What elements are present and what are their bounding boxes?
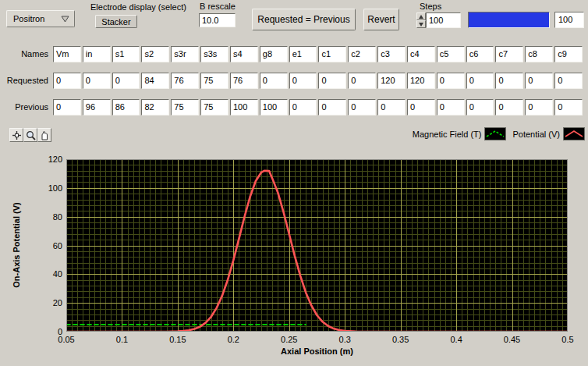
steps-input[interactable] [427, 13, 462, 27]
x-axis-tick-label: 0.5 [552, 335, 583, 344]
y-axis-tick-label: 40 [37, 269, 62, 279]
name-cell[interactable]: c4 [407, 46, 435, 62]
name-cell[interactable]: Vm [53, 46, 81, 62]
legend-item-potential[interactable]: Potential (V) [512, 127, 585, 140]
requested-row-label: Requested [0, 76, 50, 85]
electrode-display-label: Electrode display (select) [90, 2, 186, 12]
potential-line-icon [564, 128, 584, 140]
requested-cell[interactable]: 0 [437, 73, 465, 89]
graph-zoom-tool-button[interactable] [23, 128, 37, 142]
x-axis-tick-label: 0.25 [274, 335, 305, 344]
requested-cell[interactable]: 0 [318, 73, 346, 89]
name-cell[interactable]: c9 [554, 46, 583, 62]
legend-item-magnetic-field[interactable]: Magnetic Field (T) [413, 127, 507, 140]
legend-label-potential: Potential (V) [512, 130, 560, 139]
requested-cell[interactable]: 0 [112, 73, 140, 89]
previous-cell: 0 [377, 99, 406, 115]
previous-cell: 0 [437, 99, 465, 115]
requested-cell[interactable]: 0 [466, 73, 494, 89]
b-rescale-input[interactable] [200, 14, 237, 27]
name-cell[interactable]: c6 [466, 46, 494, 62]
plot-area[interactable] [66, 159, 568, 332]
x-axis-tick-label: 0.45 [497, 335, 528, 344]
magnetic-field-line-icon [485, 128, 505, 140]
name-cell[interactable]: in [83, 46, 111, 62]
requested-cell[interactable]: 84 [141, 73, 169, 89]
requested-cell[interactable]: 0 [495, 73, 523, 89]
previous-cell: 96 [83, 99, 111, 115]
name-cell[interactable]: c1 [318, 46, 346, 62]
steps-control [416, 12, 461, 28]
previous-cell: 0 [525, 99, 553, 115]
name-cell[interactable]: s1 [112, 46, 140, 62]
name-cell[interactable]: s4 [230, 46, 258, 62]
name-cell[interactable]: c8 [525, 46, 553, 62]
name-cell[interactable]: g8 [260, 46, 288, 62]
b-rescale-label: B rescale [200, 2, 236, 11]
requested-cell[interactable]: 0 [348, 73, 376, 89]
steps-increment-button[interactable] [416, 12, 426, 20]
names-row: Vmins1s2s3rs3ss4g8e1c1c2c3c4c5c6c7c8c9 [53, 46, 583, 62]
species-selector[interactable]: Positron [6, 10, 75, 27]
name-cell[interactable]: c7 [495, 46, 523, 62]
requested-cell[interactable]: 0 [289, 73, 317, 89]
graph-pan-tool-button[interactable] [37, 128, 51, 142]
previous-cell: 0 [495, 99, 523, 115]
y-axis-tick-label: 120 [37, 155, 62, 164]
cursor-tool-icon [12, 130, 22, 140]
steps-decrement-button[interactable] [416, 20, 426, 28]
plot-legend: Magnetic Field (T) Potential (V) [413, 127, 585, 140]
y-axis-tick-label: 0 [37, 327, 62, 336]
steps-label: Steps [420, 2, 441, 11]
previous-cell: 0 [466, 99, 494, 115]
name-cell[interactable]: e1 [289, 46, 317, 62]
requested-cell[interactable]: 0 [260, 73, 288, 89]
y-axis-tick-label: 80 [37, 212, 62, 222]
legend-swatch-magnetic-field[interactable] [484, 127, 506, 140]
species-selector-value: Positron [13, 14, 44, 23]
requested-cell[interactable]: 0 [83, 73, 111, 89]
x-axis-tick-label: 0.15 [162, 335, 193, 344]
name-cell[interactable]: c2 [348, 46, 376, 62]
progress-bar-fill [469, 12, 549, 27]
name-cell[interactable]: s2 [141, 46, 169, 62]
names-row-label: Names [0, 49, 50, 59]
y-axis-title: On-Axis Potential (V) [12, 187, 21, 304]
previous-cell: 0 [348, 99, 376, 115]
previous-cell: 0 [407, 99, 435, 115]
x-axis-title: Axial Position (m) [66, 346, 568, 356]
requested-cell[interactable]: 76 [230, 73, 258, 89]
previous-cell: 0 [318, 99, 346, 115]
requested-cell[interactable]: 75 [200, 73, 228, 89]
previous-cell: 0 [554, 99, 583, 115]
name-cell[interactable]: c3 [377, 46, 406, 62]
x-axis-tick-label: 0.05 [51, 335, 82, 344]
requested-equals-previous-button[interactable]: Requested = Previous [252, 9, 356, 30]
name-cell[interactable]: s3s [200, 46, 228, 62]
requested-cell[interactable]: 120 [407, 73, 435, 89]
previous-cell: 86 [112, 99, 140, 115]
step-count-display: 100 [554, 12, 584, 28]
electrode-display-selector[interactable]: Stacker [95, 15, 137, 28]
requested-cell[interactable]: 0 [53, 73, 81, 89]
previous-cell: 75 [200, 99, 228, 115]
requested-cell[interactable]: 120 [377, 73, 406, 89]
requested-cell[interactable]: 0 [525, 73, 553, 89]
requested-row: 00084767576000012012000000 [53, 73, 583, 89]
revert-button[interactable]: Revert [363, 9, 399, 30]
name-cell[interactable]: s3r [171, 46, 199, 62]
x-axis-tick-label: 0.4 [441, 335, 472, 344]
name-cell[interactable]: c5 [437, 46, 465, 62]
graph-cursor-tool-button[interactable] [9, 128, 23, 142]
requested-cell[interactable]: 76 [171, 73, 199, 89]
plot-line-potential [66, 171, 568, 332]
progress-bar [468, 12, 550, 28]
requested-cell[interactable]: 0 [554, 73, 583, 89]
x-axis-tick-label: 0.3 [329, 335, 360, 344]
dropdown-arrow-icon [61, 16, 69, 23]
y-axis-tick-label: 20 [37, 298, 62, 307]
previous-cell: 75 [171, 99, 199, 115]
previous-cell: 100 [230, 99, 258, 115]
previous-row: 096868275751001000000000000 [53, 99, 583, 115]
legend-swatch-potential[interactable] [563, 127, 585, 140]
